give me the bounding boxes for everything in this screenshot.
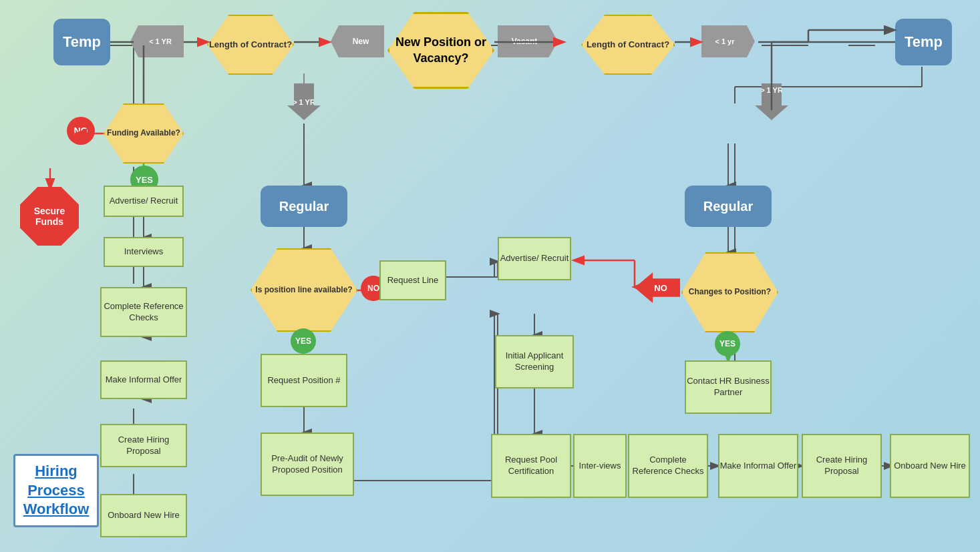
request-line-node: Request Line	[379, 260, 446, 300]
complete-ref-left: Complete Reference Checks	[100, 287, 187, 337]
gt1yr-left-arrow: > 1 YR	[287, 83, 321, 120]
no-changes-arrow: NO	[635, 272, 680, 303]
gt1yr-right-container: > 1 YR	[755, 73, 788, 120]
changes-to-position-node: Changes to Position?	[681, 252, 778, 332]
secure-funds-node: Secure Funds	[20, 187, 79, 246]
title-box: Hiring Process Workflow	[13, 454, 99, 527]
regular-left-node: Regular	[261, 186, 347, 227]
initial-screening-node: Initial Applicant Screening	[495, 335, 574, 388]
yes-changes-badge: YES	[715, 331, 740, 356]
gt1yr-right-arrow: > 1 YR	[755, 83, 788, 120]
onboard-center: Onboard New Hire	[890, 434, 970, 498]
length-contract-left-node: Length of Contract?	[207, 15, 294, 75]
create-hiring-center: Create Hiring Proposal	[802, 434, 882, 498]
onboard-left: Onboard New Hire	[100, 494, 187, 537]
make-informal-left: Make Informal Offer	[100, 360, 187, 399]
new-arrow: New	[331, 25, 384, 57]
interviews-center: Inter-views	[573, 434, 627, 498]
complete-ref-center: Complete Reference Checks	[628, 434, 708, 498]
interviews-left: Interviews	[104, 237, 184, 267]
create-hiring-left: Create Hiring Proposal	[100, 424, 187, 467]
regular-right-node: Regular	[685, 186, 772, 227]
vacant-arrow: Vacant	[498, 25, 558, 57]
is-position-line-node: Is position line available?	[251, 248, 357, 332]
request-position-node: Request Position #	[261, 354, 347, 407]
lt1yr-right-arrow: < 1 yr	[701, 25, 755, 57]
temp-right-node: Temp	[895, 19, 952, 65]
make-informal-center: Make Informal Offer	[718, 434, 798, 498]
request-pool-node: Request Pool Certification	[491, 434, 571, 498]
pre-audit-node: Pre-Audit of Newly Proposed Position	[261, 433, 354, 496]
lt1yr-left-arrow: < 1 YR	[130, 25, 184, 57]
contact-hr-node: Contact HR Business Partner	[685, 360, 772, 414]
advertise-recruit-left: Advertise/ Recruit	[104, 186, 184, 217]
advertise-center: Advertise/ Recruit	[498, 237, 571, 280]
no-funding-badge: NO	[67, 117, 95, 145]
new-position-node: New Position or Vacancy?	[387, 12, 494, 89]
funding-available-node: Funding Available?	[104, 103, 184, 164]
length-contract-right-node: Length of Contract?	[581, 15, 675, 75]
yes-position-badge: YES	[291, 328, 316, 354]
gt1yr-left-container: > 1 YR	[287, 73, 321, 120]
temp-left-node: Temp	[53, 19, 110, 65]
